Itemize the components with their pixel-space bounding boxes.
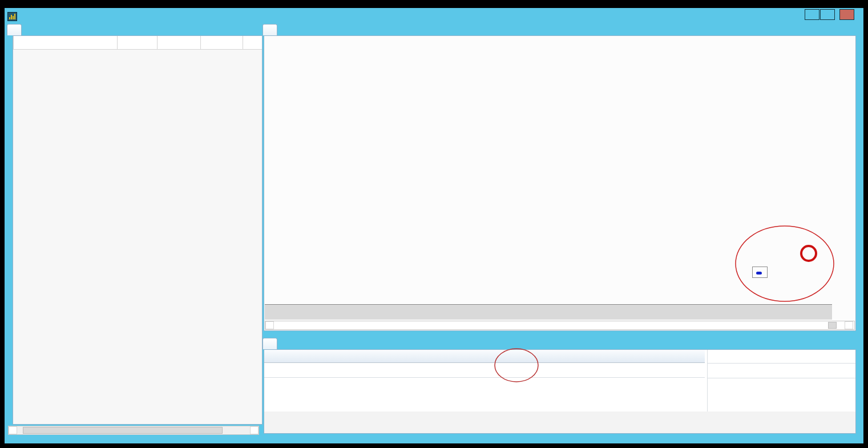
series-color-icon bbox=[756, 272, 762, 275]
app-logo-icon bbox=[7, 12, 17, 21]
tab-income[interactable] bbox=[328, 24, 337, 35]
results-header-row[interactable] bbox=[14, 36, 263, 49]
scroll-right-icon[interactable] bbox=[250, 426, 259, 434]
results-panel bbox=[13, 35, 263, 425]
results-col-market[interactable] bbox=[243, 36, 263, 49]
tab-chart[interactable] bbox=[263, 24, 277, 35]
tab-trades[interactable] bbox=[263, 338, 277, 349]
price-chart[interactable] bbox=[264, 36, 855, 304]
trades-empty-area bbox=[264, 411, 855, 433]
chart-panel[interactable] bbox=[264, 35, 856, 331]
results-col-empty bbox=[14, 36, 118, 49]
scroll-right-icon[interactable] bbox=[845, 321, 853, 329]
scrollbar-thumb[interactable] bbox=[23, 427, 223, 434]
series-tooltip bbox=[752, 267, 768, 278]
chart-hscrollbar[interactable] bbox=[265, 321, 855, 330]
trade-row[interactable] bbox=[264, 363, 705, 378]
trades-panel bbox=[264, 349, 856, 434]
results-hscrollbar[interactable] bbox=[8, 426, 259, 435]
tab-results[interactable] bbox=[7, 24, 22, 35]
trades-header-row[interactable] bbox=[264, 350, 705, 363]
time-axis bbox=[265, 304, 832, 320]
app-window bbox=[5, 8, 863, 443]
results-col-buys[interactable] bbox=[158, 36, 201, 49]
results-col-sells[interactable] bbox=[201, 36, 243, 49]
maximize-button[interactable] bbox=[820, 9, 835, 20]
tab-log[interactable] bbox=[369, 24, 378, 35]
results-table bbox=[13, 36, 263, 50]
scroll-left-icon[interactable] bbox=[265, 321, 274, 329]
scroll-left-icon[interactable] bbox=[9, 426, 17, 434]
results-col-all[interactable] bbox=[118, 36, 158, 49]
scrollbar-grip[interactable] bbox=[828, 322, 837, 329]
title-bar bbox=[5, 8, 863, 23]
close-button[interactable] bbox=[839, 9, 854, 20]
minimize-button[interactable] bbox=[805, 9, 819, 20]
